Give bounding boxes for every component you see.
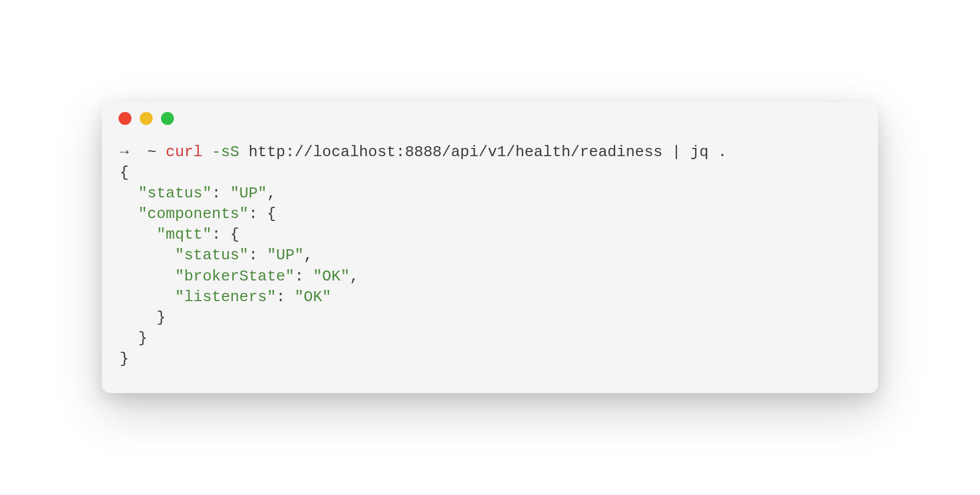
- command-name: curl: [166, 143, 202, 161]
- prompt-cwd: ~: [147, 143, 157, 161]
- json-key-components: "components": [138, 205, 248, 223]
- json-colon: :: [276, 288, 294, 306]
- json-key-brokerstate: "brokerState": [175, 268, 295, 285]
- json-value-up: "UP": [230, 184, 267, 202]
- json-key-status: "status": [138, 184, 212, 202]
- command-url: http://localhost:8888/api/v1/health/read…: [249, 143, 663, 161]
- json-comma: ,: [350, 268, 359, 285]
- json-close-brace: }: [120, 350, 129, 368]
- json-key-listeners: "listeners": [175, 288, 277, 306]
- json-value-ok: "OK": [313, 268, 350, 285]
- json-close-brace: }: [156, 309, 166, 326]
- json-key-mqtt-status: "status": [175, 246, 249, 264]
- json-close-brace: }: [138, 329, 147, 347]
- jq-arg: .: [718, 143, 727, 161]
- json-colon: :: [294, 268, 313, 285]
- json-comma: ,: [267, 184, 277, 202]
- maximize-icon[interactable]: [161, 112, 174, 125]
- command-flags: -sS: [212, 143, 239, 161]
- json-key-mqtt: "mqtt": [156, 226, 212, 243]
- json-colon: :: [248, 246, 267, 264]
- close-icon[interactable]: [119, 112, 131, 125]
- terminal-titlebar: [102, 102, 878, 135]
- json-value-ok: "OK": [294, 288, 331, 306]
- json-comma: ,: [304, 246, 313, 264]
- terminal-content: → ~ curl -sS http://localhost:8888/api/v…: [120, 142, 860, 369]
- prompt-arrow: →: [120, 143, 129, 161]
- terminal-body[interactable]: → ~ curl -sS http://localhost:8888/api/v…: [102, 135, 878, 393]
- json-value-up: "UP": [267, 246, 304, 264]
- terminal-window: → ~ curl -sS http://localhost:8888/api/v…: [102, 102, 878, 393]
- json-colon-brace: : {: [212, 226, 239, 243]
- json-open-brace: {: [120, 164, 129, 182]
- minimize-icon[interactable]: [140, 112, 153, 125]
- pipe-operator: |: [672, 143, 681, 161]
- json-colon: :: [212, 184, 230, 202]
- jq-command: jq: [690, 143, 708, 161]
- json-colon-brace: : {: [248, 205, 276, 223]
